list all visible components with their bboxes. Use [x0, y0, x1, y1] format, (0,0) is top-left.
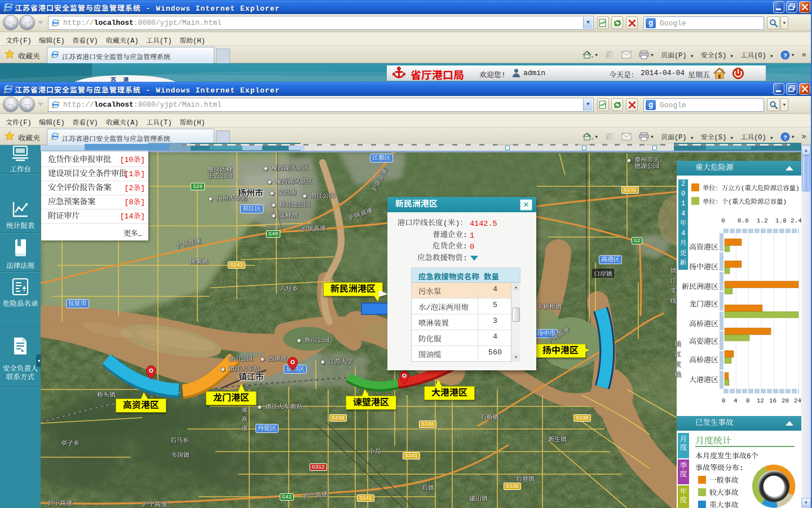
svg-text:?: ? — [783, 134, 787, 141]
svg-text:?: ? — [783, 52, 787, 59]
